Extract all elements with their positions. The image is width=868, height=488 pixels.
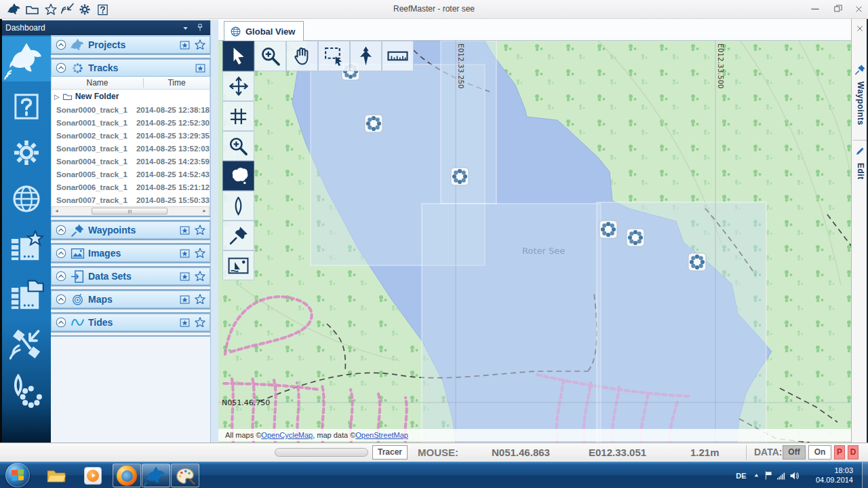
add-favorite-folder-icon[interactable] [178, 39, 191, 51]
track-cluster-marker[interactable] [627, 229, 644, 246]
sidebar-item-web[interactable] [2, 178, 51, 220]
pin-panel-icon[interactable] [195, 23, 205, 33]
openstreetmap-link[interactable]: OpenStreetMap [355, 431, 408, 439]
column-header-name[interactable]: Name [52, 78, 144, 88]
panel-header-datasets[interactable]: Data Sets [51, 267, 210, 285]
pan-hand-tool[interactable] [286, 41, 318, 71]
tray-expand-icon[interactable] [750, 462, 762, 488]
taskbar-media-player[interactable] [79, 464, 107, 487]
add-favorite-folder-icon[interactable] [178, 224, 191, 236]
pan-move-tool[interactable] [222, 71, 254, 101]
horizontal-scrollbar[interactable]: ◂ ▸ [52, 206, 210, 216]
tracks-table-header[interactable]: Name Time [52, 77, 210, 90]
panel-scroll-gutter[interactable] [210, 20, 218, 443]
collapse-chevron-icon[interactable] [55, 316, 67, 329]
restore-button[interactable] [829, 1, 848, 16]
sidebar-item-gps-import[interactable] [2, 323, 51, 367]
zoom-in-tool[interactable] [254, 41, 286, 71]
sidebar-item-help[interactable] [2, 86, 51, 128]
tab-global-view[interactable]: Global View [224, 21, 304, 41]
track-cluster-marker[interactable] [365, 115, 382, 132]
scrollbar-thumb[interactable] [92, 208, 167, 214]
collapse-chevron-icon[interactable] [55, 224, 67, 236]
column-header-time[interactable]: Time [144, 78, 210, 88]
favorite-star-icon[interactable] [194, 316, 206, 329]
add-favorite-folder-icon[interactable] [178, 293, 191, 305]
waypoints-toggle[interactable] [222, 221, 254, 250]
opencyclemap-link[interactable]: OpenCycleMap [261, 431, 313, 439]
taskbar-firefox[interactable] [113, 464, 141, 487]
minimize-button[interactable] [806, 1, 825, 16]
chevron-down-icon[interactable] [181, 24, 190, 33]
table-row[interactable]: Sonar0004_track_12014-08-25 14:23:59 [52, 155, 210, 168]
panel-header-tracks[interactable]: Tracks [51, 59, 210, 77]
data-on-button[interactable]: On [808, 445, 831, 459]
add-favorite-folder-icon[interactable] [194, 62, 206, 74]
collapse-chevron-icon[interactable] [55, 39, 67, 51]
collapse-chevron-icon[interactable] [55, 270, 67, 282]
sidebar-item-track-manager[interactable] [2, 369, 51, 415]
drop-waypoint-tool[interactable] [350, 41, 382, 71]
show-desktop-button[interactable] [862, 462, 868, 488]
rubber-band-select-tool[interactable] [318, 41, 350, 71]
select-cursor-tool[interactable] [222, 41, 254, 71]
tab-waypoints-vertical[interactable]: Waypoints [856, 81, 865, 126]
favorite-star-icon[interactable] [194, 39, 206, 51]
expander-triangle-icon[interactable]: ▷ [54, 93, 60, 100]
table-row[interactable]: Sonar0005_track_12014-08-25 14:52:43 [52, 168, 210, 181]
tab-edit-vertical[interactable]: Edit [856, 163, 865, 180]
add-favorite-folder-icon[interactable] [178, 316, 191, 329]
taskbar-clock[interactable]: 18:03 04.09.2014 [806, 466, 853, 485]
volume-speaker-icon[interactable] [788, 462, 802, 488]
favorite-star-icon[interactable] [194, 293, 206, 305]
scroll-left-arrow[interactable]: ◂ [52, 207, 61, 215]
sidebar-item-favorites-library[interactable] [2, 225, 51, 270]
grid-toggle-tool[interactable] [222, 101, 254, 131]
scroll-right-arrow[interactable]: ▸ [200, 207, 209, 215]
dashboard-header[interactable]: Dashboard [0, 20, 210, 35]
start-button[interactable] [5, 463, 30, 487]
taskbar-reefmaster[interactable] [142, 464, 170, 487]
favorite-star-icon[interactable] [194, 270, 206, 282]
data-d-button[interactable]: D [848, 445, 859, 459]
sidebar-item-project-library[interactable] [2, 274, 51, 319]
table-row[interactable]: Sonar0002_track_12014-08-25 13:29:35 [52, 129, 210, 142]
table-row[interactable]: Sonar0003_track_12014-08-25 13:52:03 [52, 142, 210, 155]
collapse-chevron-icon[interactable] [55, 293, 67, 305]
add-favorite-folder-icon[interactable] [178, 247, 191, 259]
panel-header-maps[interactable]: Maps [51, 290, 210, 308]
collapse-chevron-icon[interactable] [55, 247, 67, 259]
data-off-button[interactable]: Off [783, 445, 806, 459]
favorite-star-icon[interactable] [194, 247, 206, 259]
language-indicator[interactable]: DE [732, 462, 750, 488]
boat-tracks-toggle[interactable] [222, 191, 254, 221]
close-panel-icon[interactable] [856, 24, 864, 33]
track-cluster-marker[interactable] [688, 253, 706, 271]
map-canvas[interactable]: E012.33.250 E012.33.500 N051.46.750 Rote… [218, 41, 851, 443]
sidebar-item-home[interactable] [2, 37, 51, 81]
table-row[interactable]: Sonar0000_track_12014-08-25 12:38:18 [52, 103, 210, 116]
panel-header-projects[interactable]: Projects [51, 36, 210, 54]
favorite-star-icon[interactable] [194, 224, 206, 236]
add-favorite-folder-icon[interactable] [178, 270, 191, 282]
table-row[interactable]: Sonar0007_track_12014-08-25 15:50:33 [52, 193, 210, 206]
table-row[interactable]: Sonar0001_track_12014-08-25 12:52:30 [52, 116, 210, 129]
panel-header-images[interactable]: Images [51, 244, 210, 262]
zoom-extents-tool[interactable] [222, 161, 254, 191]
track-cluster-marker[interactable] [599, 221, 617, 238]
panel-header-tides[interactable]: Tides [51, 314, 210, 331]
taskbar-explorer[interactable] [42, 464, 71, 487]
taskbar-paint[interactable] [171, 464, 199, 487]
data-p-button[interactable]: P [834, 445, 845, 459]
sidebar-item-settings[interactable] [2, 132, 51, 174]
track-cluster-marker[interactable] [451, 168, 469, 185]
zoom-in-tool-2[interactable] [222, 131, 254, 161]
folder-row[interactable]: ▷ New Folder [52, 90, 210, 103]
measure-tool[interactable] [382, 41, 414, 71]
panel-header-waypoints[interactable]: Waypoints [51, 221, 210, 239]
collapse-chevron-icon[interactable] [55, 62, 67, 74]
table-row[interactable]: Sonar0006_track_12014-08-25 15:21:12 [52, 181, 210, 193]
action-center-flag-icon[interactable] [762, 462, 774, 488]
tracer-button[interactable]: Tracer [372, 445, 408, 459]
close-button[interactable] [849, 1, 868, 16]
